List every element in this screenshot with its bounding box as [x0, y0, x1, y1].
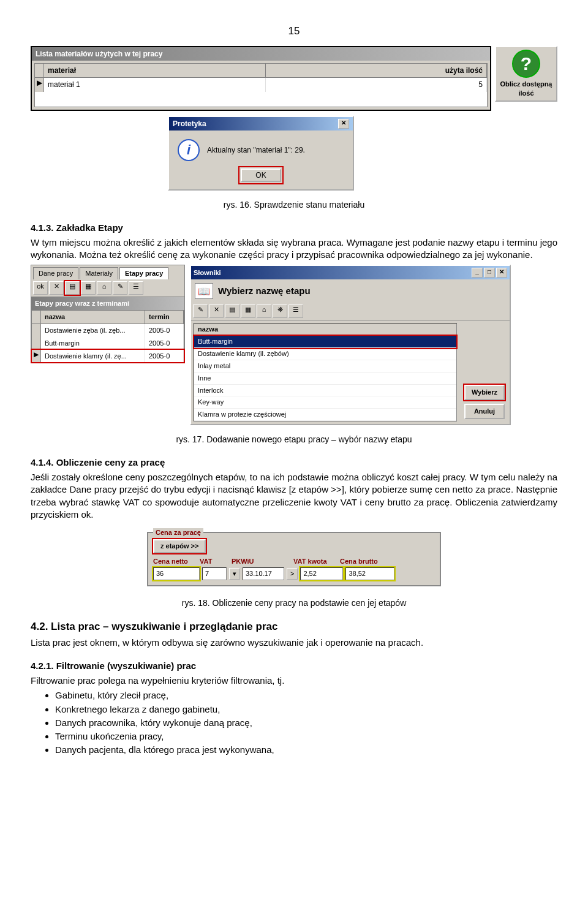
label-pkwiu: PKWiU — [232, 557, 277, 566]
tool-icon[interactable]: ⌂ — [257, 305, 271, 318]
col-material: materiał — [44, 64, 266, 77]
calculate-available-button[interactable]: ? Oblicz dostępną ilość — [495, 46, 557, 102]
label-vatkwota: VAT kwota — [293, 557, 337, 566]
cell: Dostawienie zęba (il. zęb... — [41, 324, 145, 337]
info-dialog: Protetyka ✕ i Aktualny stan "materiał 1"… — [168, 116, 354, 191]
dialog-message: Aktualny stan "materiał 1": 29. — [207, 145, 305, 155]
cell-material: materiał 1 — [44, 78, 266, 91]
slowniki-title-label: Słowniki — [194, 268, 221, 278]
tool-icon[interactable]: ✕ — [209, 305, 224, 318]
add-icon[interactable]: ▤ — [65, 281, 80, 295]
panel-titlebar: Lista materiałów użytych w tej pracy — [32, 47, 490, 61]
table-row[interactable]: Dostawienie zęba (il. zęb...2005-0 — [32, 324, 184, 337]
col-nazwa: nazwa — [194, 323, 456, 336]
list-item[interactable]: Butt-margin — [194, 336, 456, 348]
table-row[interactable]: ▶Dostawienie klamry (il. zę...2005-0 — [32, 350, 184, 363]
list-item: Danych pracownika, który wykonuje daną p… — [55, 717, 557, 729]
section-414-body: Jeśli zostały określone ceny poszczególn… — [31, 471, 557, 521]
figure-16: Lista materiałów użytych w tej pracy mat… — [31, 46, 557, 191]
slowniki-dialog: Słowniki _ □ ✕ 📖 Wybierz nazwę etapu ✎ ✕… — [190, 265, 511, 425]
tool-icon[interactable]: ▦ — [81, 281, 96, 295]
pkwiu-field[interactable]: 33.10.17 — [243, 567, 284, 580]
row-marker-icon: ▶ — [35, 78, 44, 91]
close-icon[interactable]: ✕ — [496, 268, 507, 278]
tool-icon[interactable]: ✎ — [113, 281, 127, 295]
tool-icon[interactable]: ▦ — [241, 305, 255, 318]
tabset: Dane pracy Materiały Etapy pracy — [31, 265, 184, 279]
cell-qty: 5 — [266, 78, 488, 91]
col-qty: użyta ilość — [266, 64, 488, 77]
panel-title: Lista materiałów użytych w tej pracy — [36, 49, 162, 59]
table-row[interactable]: Butt-margin2005-0 — [32, 337, 184, 350]
tool-icon[interactable]: ⌂ — [97, 281, 111, 295]
vat-dropdown-icon[interactable]: ▾ — [229, 568, 240, 580]
figure-17-caption: rys. 17. Dodawanie nowego etapu pracy – … — [31, 434, 557, 445]
price-panel: Cena za pracę z etapów >> Cena netto VAT… — [147, 532, 441, 586]
maximize-icon[interactable]: □ — [484, 268, 495, 278]
section-421-title: 4.2.1. Filtrowanie (wyszukiwanie) prac — [31, 660, 557, 672]
col-termin: termin — [145, 311, 184, 323]
vatkwota-field[interactable]: 2,52 — [300, 567, 343, 580]
list-item[interactable]: Klamra w protezie częściowej — [194, 409, 456, 421]
wybierz-header: Wybierz nazwę etapu — [218, 285, 311, 297]
dialog-titlebar: Protetyka ✕ — [169, 117, 353, 131]
tool-icon[interactable]: ☰ — [129, 281, 143, 295]
from-stages-button[interactable]: z etapów >> — [153, 539, 206, 553]
table-row[interactable]: ▶ materiał 1 5 — [35, 78, 487, 91]
list-item[interactable]: Interlock — [194, 385, 456, 397]
minimize-icon[interactable]: _ — [472, 268, 483, 278]
info-icon: i — [178, 139, 200, 161]
label-netto: Cena netto — [153, 557, 197, 566]
tab-materialy[interactable]: Materiały — [80, 267, 118, 279]
list-item[interactable]: Inne — [194, 373, 456, 385]
ok-icon[interactable]: ok — [33, 281, 48, 295]
label-brutto: Cena brutto — [340, 557, 389, 566]
pkwiu-lookup-button[interactable]: > — [287, 568, 298, 580]
cell: 2005-0 — [145, 350, 184, 363]
brutto-field[interactable]: 38,52 — [345, 567, 394, 580]
ok-button[interactable]: OK — [241, 168, 281, 182]
question-mark-icon: ? — [512, 50, 540, 78]
list-item: Terminu ukończenia pracy, — [55, 730, 557, 743]
vat-field[interactable]: 7 — [202, 567, 227, 580]
dictionary-icon: 📖 — [195, 283, 213, 299]
close-icon[interactable]: ✕ — [338, 119, 349, 129]
tool-icon[interactable]: ▤ — [225, 305, 239, 318]
dialog-title: Protetyka — [173, 119, 206, 129]
tool-icon[interactable]: ✎ — [193, 305, 208, 318]
etapy-left-panel: Dane pracy Materiały Etapy pracy ok ✕ ▤ … — [31, 265, 185, 363]
cell: 2005-0 — [145, 337, 184, 350]
toolbar: ok ✕ ▤ ▦ ⌂ ✎ ☰ — [31, 279, 184, 297]
list-item[interactable]: Dostawienie klamry (il. zębów) — [194, 348, 456, 360]
section-421-intro: Filtrowanie prac polega na wypełnieniu k… — [31, 675, 557, 687]
section-413-body: W tym miejscu można określić z jakich el… — [31, 236, 557, 262]
list-item: Danych pacjenta, dla którego praca jest … — [55, 744, 557, 756]
list-item[interactable]: Key-way — [194, 396, 456, 409]
list-item: Gabinetu, który zlecił pracę, — [55, 689, 557, 702]
section-414-title: 4.1.4. Obliczenie ceny za pracę — [31, 456, 557, 469]
materials-grid: materiał użyta ilość ▶ materiał 1 5 — [34, 63, 488, 107]
list-item: Konkretnego lekarza z danego gabinetu, — [55, 703, 557, 716]
figure-16-caption: rys. 16. Sprawdzenie stanu materiału — [31, 199, 557, 211]
name-list: nazwa Butt-margin Dostawienie klamry (il… — [194, 323, 457, 422]
price-legend: Cena za pracę — [153, 528, 203, 537]
label-vat: VAT — [200, 557, 229, 566]
cell: 2005-0 — [145, 324, 184, 337]
tab-dane-pracy[interactable]: Dane pracy — [33, 267, 78, 279]
tool-icon[interactable]: ❋ — [273, 305, 287, 318]
materials-panel: Lista materiałów użytych w tej pracy mat… — [31, 46, 491, 111]
section-42-title: 4.2. Lista prac – wyszukiwanie i przeglą… — [31, 620, 557, 634]
calculate-label: Oblicz dostępną ilość — [499, 80, 554, 98]
cancel-icon[interactable]: ✕ — [49, 281, 64, 295]
slowniki-titlebar: Słowniki _ □ ✕ — [191, 266, 510, 279]
cell: Dostawienie klamry (il. zę... — [41, 350, 145, 363]
col-nazwa: nazwa — [41, 311, 145, 323]
anuluj-button[interactable]: Anuluj — [464, 404, 505, 419]
etapy-subtitle-label: Etapy pracy wraz z terminami — [35, 299, 129, 308]
tool-icon[interactable]: ☰ — [288, 305, 303, 318]
netto-field[interactable]: 36 — [153, 567, 200, 580]
tab-etapy-pracy[interactable]: Etapy pracy — [119, 267, 168, 279]
wybierz-button[interactable]: Wybierz — [464, 385, 505, 400]
figure-17: Dane pracy Materiały Etapy pracy ok ✕ ▤ … — [31, 265, 557, 425]
list-item[interactable]: Inlay metal — [194, 360, 456, 373]
